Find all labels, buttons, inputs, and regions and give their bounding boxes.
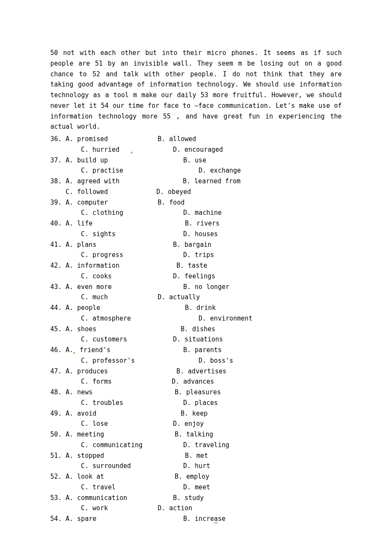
option-b: B. talking <box>175 429 213 440</box>
question-row-cd: C. progressD. trips <box>50 250 342 260</box>
question-row: 36.A. promisedB. allowed <box>50 134 342 145</box>
question-row: 48.A. newsB. pleasures <box>50 387 342 398</box>
option-a: A. shoes <box>66 324 173 335</box>
question-row: 54.A. spareB. increase <box>50 514 342 524</box>
question-number: 48. <box>50 387 66 398</box>
option-d: D. action <box>158 503 192 514</box>
option-b: B. parents <box>183 345 222 356</box>
row-indent <box>50 292 66 303</box>
option-d: D. trips <box>183 250 214 260</box>
question-number: 37. <box>50 155 66 166</box>
question-row-cd: C. practiseD. exchange <box>50 165 342 176</box>
option-c: C. lose <box>81 419 173 429</box>
option-b: B. learned from <box>183 176 240 187</box>
option-b: B. increase <box>183 514 225 524</box>
question-number: 42. <box>50 260 66 271</box>
question-number: 47. <box>50 366 66 377</box>
option-b: B. dishes <box>181 324 215 335</box>
option-d: D. meet <box>183 482 210 493</box>
option-a: A. avoid <box>66 408 173 419</box>
row-indent <box>50 482 66 493</box>
row-indent <box>50 356 66 366</box>
question-row-cd: C. formsD. advances <box>50 376 342 387</box>
option-a: A. people <box>66 303 173 313</box>
option-b: B. keep <box>181 408 208 419</box>
option-d: D. machine <box>183 208 222 218</box>
row-indent <box>50 461 66 471</box>
option-d: D. feelings <box>173 271 215 282</box>
option-a: A. life <box>66 218 173 229</box>
option-a: A. spare <box>66 514 173 524</box>
option-c: C. cooks <box>81 271 173 282</box>
question-row-cd: C. hurried D. encouraged <box>50 145 342 155</box>
option-c: C. customers <box>81 334 173 345</box>
question-row: 50.A. meetingB. talking <box>50 429 342 440</box>
option-d: D. places <box>183 398 218 408</box>
option-c: C. hurried <box>81 145 173 155</box>
question-number: 43. <box>50 282 66 292</box>
question-row: 39.A. computerB. food <box>50 197 342 208</box>
option-c: C. progress <box>81 250 173 260</box>
option-b: B. pleasures <box>175 387 221 398</box>
row-indent <box>50 229 66 240</box>
row-indent <box>50 376 66 387</box>
option-b: B. study <box>173 493 204 503</box>
question-row: 40.A. lifeB. rivers <box>50 218 342 229</box>
option-d: D. traveling <box>183 440 229 451</box>
question-number: 38. <box>50 176 66 187</box>
option-a: A. information <box>66 260 173 271</box>
question-row-cd: C. travelD. meet <box>50 482 342 493</box>
option-a: A. agreed with <box>66 176 173 187</box>
question-number: 44. <box>50 303 66 313</box>
option-b: B. drink <box>185 303 216 313</box>
passage-text: 50 not with each other but into their mi… <box>50 48 342 132</box>
question-row-cd: C. workD. action <box>50 503 342 514</box>
question-row-cd: C. troublesD. places <box>50 398 342 408</box>
question-number: 41. <box>50 240 66 250</box>
row-indent <box>50 187 66 197</box>
option-c: C. clothing <box>81 208 173 218</box>
question-row-cd: C. clothingD. machine <box>50 208 342 218</box>
row-indent <box>50 398 66 408</box>
option-c: C. forms <box>81 376 173 387</box>
option-a: A. friend's <box>66 345 173 356</box>
question-row: 42.A. informationB. taste <box>50 260 342 271</box>
question-row: 47.A. producesB. advertises <box>50 366 342 377</box>
option-d: D. advances <box>172 376 214 387</box>
row-indent <box>50 250 66 260</box>
option-d: D. encouraged <box>173 145 223 155</box>
question-number: 51. <box>50 451 66 461</box>
option-a: A. meeting <box>66 429 173 440</box>
question-number: 53. <box>50 493 66 503</box>
question-number: 46. <box>50 345 66 356</box>
option-c: C. sights <box>81 229 173 240</box>
option-c: C. communicating <box>81 440 173 451</box>
option-d: D. situations <box>173 334 223 345</box>
option-a: A. computer <box>66 197 173 208</box>
option-a: A. plans <box>66 240 173 250</box>
question-number: 36. <box>50 134 66 145</box>
question-row: 52.A. look atB. employ <box>50 471 342 482</box>
option-b: B. met <box>185 451 208 461</box>
option-a: A. communication <box>66 493 173 503</box>
option-b: B. no longer <box>183 282 229 292</box>
question-row: 43.A. even moreB. no longer <box>50 282 342 292</box>
option-d: D. enjoy <box>173 419 204 429</box>
option-c: C. followed <box>66 187 158 197</box>
question-number: 45. <box>50 324 66 335</box>
option-b: B. use <box>183 155 206 166</box>
marker-dot-icon <box>73 352 75 354</box>
option-b: B. advertises <box>176 366 226 377</box>
question-row: 46.A. friend'sB. parents <box>50 345 342 356</box>
row-indent <box>50 313 66 324</box>
option-d: D. boss's <box>199 356 233 366</box>
question-number: 52. <box>50 471 66 482</box>
question-number: 49. <box>50 408 66 419</box>
marker-dot-icon <box>131 152 133 153</box>
option-c: C. surrounded <box>81 461 173 471</box>
question-row-cd: C. surroundedD. hurt <box>50 461 342 471</box>
question-row: 37.A. build upB. use <box>50 155 342 166</box>
option-a: A. news <box>66 387 173 398</box>
option-c: C. travel <box>81 482 173 493</box>
option-d: D. obeyed <box>156 187 191 197</box>
